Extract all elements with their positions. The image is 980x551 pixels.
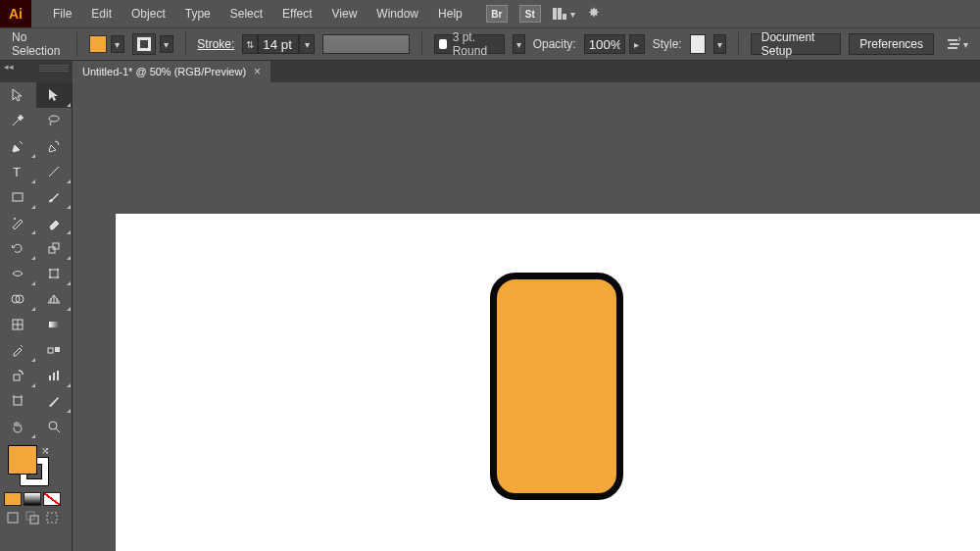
svg-rect-22 <box>55 347 60 352</box>
canvas-area[interactable] <box>73 82 980 551</box>
menu-window[interactable]: Window <box>367 0 428 27</box>
svg-rect-30 <box>14 397 22 405</box>
slice-tool[interactable] <box>36 388 73 414</box>
preferences-button[interactable]: Preferences <box>849 33 934 55</box>
stroke-panel-link[interactable]: Stroke: <box>197 37 234 51</box>
stroke-weight-stepper[interactable]: ⇅ <box>242 34 258 54</box>
color-mode-none[interactable] <box>43 492 61 506</box>
free-transform-tool[interactable] <box>36 261 73 286</box>
line-segment-tool[interactable] <box>36 159 73 184</box>
arrange-documents-button[interactable]: ▾ <box>553 8 575 20</box>
graphic-style-dropdown[interactable]: ▾ <box>713 34 726 54</box>
gpu-preview-button[interactable] <box>587 6 601 23</box>
swap-fill-stroke-icon[interactable]: ⤭ <box>41 445 49 456</box>
scale-tool[interactable] <box>36 235 73 261</box>
gradient-tool[interactable] <box>36 312 73 337</box>
magic-wand-icon <box>10 113 25 128</box>
direct-selection-tool[interactable] <box>36 82 73 108</box>
selection-tool[interactable] <box>0 82 36 108</box>
shape-builder-tool[interactable] <box>0 286 36 312</box>
pen-tool[interactable] <box>0 133 36 159</box>
draw-behind[interactable] <box>24 510 41 526</box>
panel-grab-handle[interactable] <box>39 65 69 73</box>
type-tool[interactable]: T <box>0 159 36 184</box>
panel-collapse-area[interactable]: ◂◂ <box>0 61 73 82</box>
opacity-dropdown[interactable]: ▸ <box>629 34 645 54</box>
svg-rect-21 <box>48 348 53 353</box>
draw-normal[interactable] <box>4 510 22 526</box>
menu-select[interactable]: Select <box>220 0 272 27</box>
color-mode-solid[interactable] <box>4 492 22 506</box>
variable-width-profile[interactable] <box>322 34 410 54</box>
stroke-weight-dropdown[interactable]: ▾ <box>299 34 315 54</box>
rotate-tool[interactable] <box>0 235 36 261</box>
eyedropper-tool[interactable] <box>0 337 36 363</box>
stroke-dropdown[interactable]: ▾ <box>160 35 173 53</box>
hand-tool[interactable] <box>0 414 36 439</box>
document-tab[interactable]: Untitled-1* @ 50% (RGB/Preview) × <box>73 61 270 82</box>
brush-definition-dropdown[interactable]: ▾ <box>513 34 525 54</box>
fill-color-box[interactable] <box>8 445 37 475</box>
type-icon: T <box>10 164 25 179</box>
paintbrush-icon <box>46 189 62 205</box>
menu-file[interactable]: File <box>43 0 81 27</box>
brush-definition[interactable]: 3 pt. Round <box>434 34 505 54</box>
rotate-icon <box>10 240 25 256</box>
opacity-input[interactable] <box>584 34 625 54</box>
hand-icon <box>10 419 25 434</box>
svg-point-13 <box>49 276 51 278</box>
shaper-tool[interactable] <box>0 210 36 235</box>
bridge-icon[interactable]: Br <box>486 5 508 23</box>
draw-mode-row <box>0 508 72 531</box>
draw-inside[interactable] <box>43 510 61 526</box>
graphic-style-swatch[interactable] <box>690 34 706 54</box>
close-tab-button[interactable]: × <box>254 65 261 78</box>
blend-tool[interactable] <box>36 337 73 363</box>
svg-rect-8 <box>49 247 55 253</box>
arrange-documents-icon <box>553 8 566 20</box>
mesh-tool[interactable] <box>0 312 36 337</box>
stroke-weight-input[interactable] <box>258 34 299 54</box>
svg-rect-28 <box>53 373 55 380</box>
document-setup-button[interactable]: Document Setup <box>751 33 842 55</box>
opacity-control: ▸ <box>584 34 645 54</box>
menu-view[interactable]: View <box>322 0 368 27</box>
width-tool[interactable] <box>0 261 36 286</box>
rectangle-tool[interactable] <box>0 184 36 210</box>
menu-edit[interactable]: Edit <box>81 0 122 27</box>
stock-icon[interactable]: St <box>519 5 541 23</box>
stroke-weight-field[interactable]: ⇅ ▾ <box>242 34 315 54</box>
symbol-sprayer-tool[interactable] <box>0 363 36 388</box>
magic-wand-tool[interactable] <box>0 108 36 133</box>
menu-help[interactable]: Help <box>428 0 472 27</box>
menu-object[interactable]: Object <box>122 0 175 27</box>
fill-control[interactable]: ▾ <box>89 35 124 53</box>
lasso-tool[interactable] <box>36 108 73 133</box>
menu-effect[interactable]: Effect <box>272 0 321 27</box>
svg-rect-1 <box>950 43 959 45</box>
column-graph-tool[interactable] <box>36 363 73 388</box>
artboard[interactable] <box>116 214 980 551</box>
paintbrush-tool[interactable] <box>36 184 73 210</box>
color-mode-gradient[interactable] <box>24 492 41 506</box>
perspective-grid-tool[interactable] <box>36 286 73 312</box>
direct-selection-tool-icon <box>46 87 62 103</box>
opacity-label[interactable]: Opacity: <box>533 37 576 51</box>
stroke-control[interactable]: ▾ <box>132 33 173 55</box>
shaper-icon <box>10 215 25 230</box>
eraser-tool[interactable] <box>36 210 73 235</box>
chevron-down-icon: ▾ <box>570 9 575 20</box>
curvature-tool[interactable] <box>36 133 73 159</box>
gradient-icon <box>46 317 62 332</box>
fill-stroke-indicator[interactable]: ⤭ <box>0 439 72 490</box>
rounded-rectangle-shape[interactable] <box>490 273 623 500</box>
artboard-tool[interactable] <box>0 388 36 414</box>
free-transform-icon <box>46 266 62 281</box>
width-icon <box>10 266 25 281</box>
zoom-tool[interactable] <box>36 414 73 439</box>
svg-rect-0 <box>948 39 957 41</box>
fill-dropdown[interactable]: ▾ <box>111 35 124 53</box>
menu-type[interactable]: Type <box>175 0 220 27</box>
tools-panel: T <box>0 82 73 551</box>
align-to-button[interactable]: ▾ <box>946 36 968 52</box>
